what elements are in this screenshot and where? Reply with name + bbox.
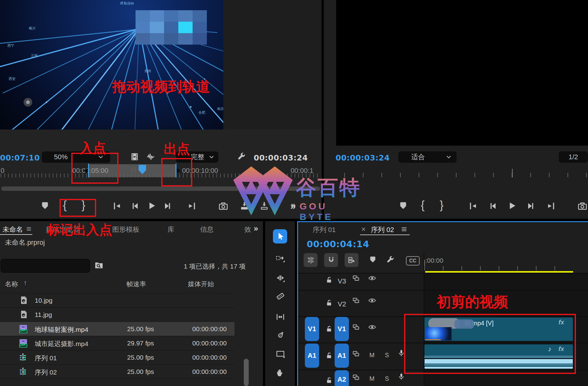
- add-marker-button[interactable]: [40, 201, 50, 210]
- settings-film-icon[interactable]: [130, 152, 139, 161]
- mute-button[interactable]: M: [369, 375, 375, 382]
- pen-tool[interactable]: [275, 331, 285, 340]
- premiere-pro-window: 呼和浩特 银川 西宁 兰州 郑州 西安 合肥 南京 00:07:10 50% 完…: [0, 0, 588, 386]
- step-back-button[interactable]: [488, 201, 498, 211]
- razor-tool[interactable]: [275, 291, 285, 301]
- timeline-settings-wrench-icon[interactable]: [385, 255, 395, 264]
- track-output-icon[interactable]: [352, 274, 360, 282]
- timeline-ruler[interactable]: [424, 266, 573, 270]
- mark-in-button[interactable]: {: [421, 199, 425, 212]
- slip-tool[interactable]: [275, 312, 285, 322]
- column-header-name[interactable]: 名称: [5, 280, 18, 288]
- track-target-v1[interactable]: V1: [335, 317, 349, 341]
- timeline-timecode[interactable]: 00:00:04:14: [307, 239, 369, 249]
- source-timecode-elapsed: 00:07:10: [0, 153, 40, 162]
- column-header-media-start[interactable]: 媒体开始: [188, 280, 214, 288]
- image-file-icon: [20, 296, 27, 305]
- track-label-v3[interactable]: V3: [338, 277, 346, 285]
- export-frame-button[interactable]: [577, 201, 587, 211]
- column-header-fps[interactable]: 帧速率: [127, 280, 146, 288]
- mute-button[interactable]: M: [369, 352, 375, 359]
- panel-menu-icon[interactable]: [401, 226, 407, 232]
- step-forward-button[interactable]: [526, 201, 536, 211]
- program-monitor-panel: 00:00:03:24 适合 1/2 { }: [324, 0, 588, 220]
- solo-button[interactable]: S: [385, 352, 389, 359]
- go-to-in-button[interactable]: [468, 201, 478, 211]
- insert-nest-toggle[interactable]: [304, 253, 318, 267]
- annotation-box-in-point: [71, 153, 118, 184]
- project-scrollbar[interactable]: [244, 359, 249, 386]
- tools-panel: [265, 221, 295, 386]
- track-output-icon[interactable]: [352, 350, 360, 358]
- panel-divider[interactable]: [263, 221, 265, 386]
- export-frame-button[interactable]: [218, 201, 228, 211]
- watermark-en-text: GOU BYTE: [300, 201, 363, 222]
- track-target-a2[interactable]: A2: [335, 370, 349, 386]
- track-visibility-eye-icon[interactable]: [368, 323, 376, 331]
- playback-resolution-select[interactable]: 1/2: [559, 151, 588, 163]
- tab-project[interactable]: 未命名: [2, 225, 23, 234]
- media-row[interactable]: 11.jpg: [0, 307, 234, 322]
- tab-info[interactable]: 信息: [200, 225, 214, 234]
- track-lock-icon[interactable]: [325, 352, 333, 360]
- source-patch-a1[interactable]: A1: [305, 344, 319, 368]
- watermark: 谷百特 » GOU BYTE: [229, 166, 363, 220]
- go-to-in-button[interactable]: [112, 201, 122, 211]
- step-forward-button[interactable]: [163, 201, 172, 211]
- hand-tool[interactable]: [275, 367, 285, 377]
- panel-divider[interactable]: [295, 221, 297, 386]
- source-timecode-total: 00:00:03:24: [254, 153, 308, 162]
- program-video-area[interactable]: [336, 0, 588, 146]
- track-lock-icon[interactable]: [325, 276, 333, 284]
- tab-sequence-01[interactable]: 序列 01: [313, 225, 336, 235]
- track-output-icon[interactable]: [352, 296, 360, 305]
- tab-sequence-02[interactable]: 序列 02: [371, 225, 394, 235]
- track-label-v2[interactable]: V2: [338, 300, 346, 308]
- add-marker-button[interactable]: [369, 256, 377, 264]
- track-lock-icon[interactable]: [325, 299, 333, 307]
- media-row-selected[interactable]: 地球辐射案例.mp4 25.00 fps 00:00:00:00: [0, 322, 234, 336]
- mark-out-button[interactable]: }: [440, 199, 443, 212]
- source-video-preview[interactable]: 呼和浩特 银川 西宁 兰州 郑州 西安 合肥 南京: [0, 0, 223, 129]
- play-button[interactable]: [507, 200, 517, 211]
- track-output-icon[interactable]: [352, 323, 360, 331]
- fit-mode-select[interactable]: 适合: [399, 151, 457, 163]
- step-back-button[interactable]: [130, 201, 140, 211]
- track-output-icon[interactable]: [352, 373, 360, 381]
- go-to-out-button[interactable]: [546, 201, 556, 211]
- media-row[interactable]: 序列 01 25.00 fps 00:00:00:00: [0, 350, 234, 365]
- solo-button[interactable]: S: [385, 375, 389, 382]
- track-lock-icon[interactable]: [325, 376, 333, 384]
- ripple-edit-tool[interactable]: [275, 273, 285, 283]
- media-row[interactable]: 城市延迟摄影.mp4 29.97 fps 00:00:00:00: [0, 336, 234, 350]
- media-row[interactable]: 10.jpg: [0, 293, 234, 308]
- search-input[interactable]: [1, 259, 90, 273]
- panel-menu-icon[interactable]: [26, 226, 32, 232]
- audio-waveform-icon[interactable]: [146, 152, 156, 161]
- tab-libraries[interactable]: 库: [167, 225, 174, 234]
- linked-selection-toggle[interactable]: [345, 253, 359, 267]
- add-marker-button[interactable]: [399, 201, 408, 210]
- track-visibility-eye-icon[interactable]: [368, 274, 376, 282]
- find-bin-icon[interactable]: [94, 260, 104, 270]
- close-tab-icon[interactable]: ×: [361, 225, 366, 234]
- media-row[interactable]: 序列 02 25.00 fps 00:00:00:00: [0, 364, 234, 379]
- tab-effects[interactable]: 效: [244, 225, 251, 234]
- tab-overflow-chevron[interactable]: »: [254, 224, 258, 233]
- tab-graphics-templates[interactable]: 图形模板: [112, 225, 140, 234]
- rectangle-tool[interactable]: [275, 349, 285, 359]
- track-lock-icon[interactable]: [325, 325, 333, 333]
- play-button[interactable]: [146, 200, 157, 211]
- snap-toggle[interactable]: [324, 253, 338, 267]
- track-select-forward-tool[interactable]: [275, 253, 285, 263]
- sort-arrow-icon: ↑: [24, 279, 27, 287]
- track-target-a1[interactable]: A1: [335, 344, 349, 368]
- media-start: 00:00:00:00: [192, 340, 227, 347]
- program-ruler[interactable]: [344, 173, 588, 177]
- source-patch-v1[interactable]: V1: [305, 317, 319, 341]
- selection-tool[interactable]: [273, 229, 287, 243]
- captions-cc-button[interactable]: CC: [406, 256, 420, 265]
- settings-wrench-icon[interactable]: [236, 151, 246, 161]
- track-visibility-eye-icon[interactable]: [368, 296, 376, 305]
- go-to-out-button[interactable]: [187, 201, 197, 211]
